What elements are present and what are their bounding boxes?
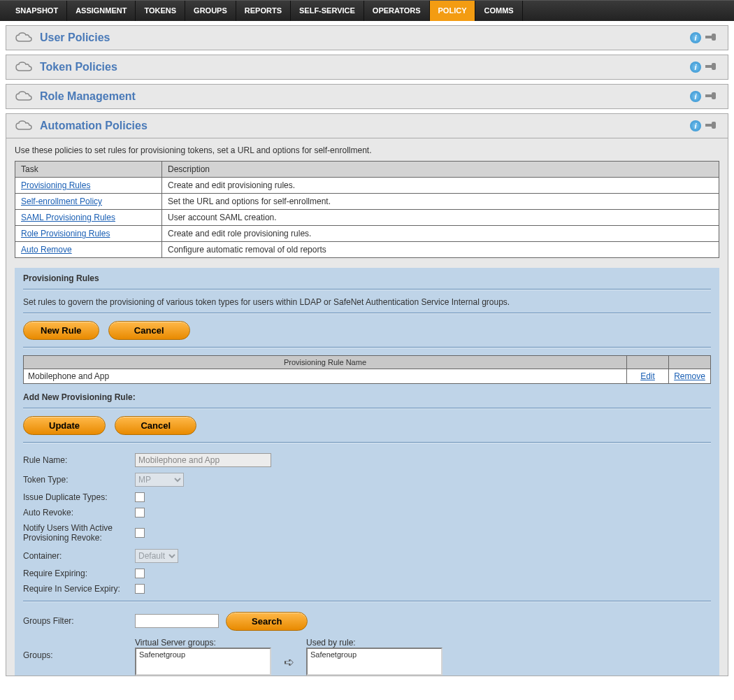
- tab-snapshot[interactable]: SNAPSHOT: [7, 1, 67, 21]
- top-nav: SNAPSHOT ASSIGNMENT TOKENS GROUPS REPORT…: [0, 0, 734, 21]
- cancel2-button[interactable]: Cancel: [115, 416, 196, 435]
- tab-groups[interactable]: GROUPS: [185, 1, 236, 21]
- panel-title: Token Policies: [40, 61, 690, 73]
- tab-comms[interactable]: COMMS: [475, 1, 522, 21]
- auto-revoke-checkbox[interactable]: [135, 508, 145, 517]
- remove-header: [669, 356, 711, 369]
- used-by-rule-listbox[interactable]: Safenetgroup: [306, 648, 442, 676]
- edit-link[interactable]: Edit: [640, 371, 655, 381]
- panel-title: User Policies: [40, 31, 690, 44]
- virtual-server-groups-listbox[interactable]: Safenetgroup: [135, 648, 271, 676]
- cloud-icon: [15, 31, 33, 44]
- task-link-role-provisioning[interactable]: Role Provisioning Rules: [21, 229, 110, 238]
- auto-revoke-label: Auto Revoke:: [23, 508, 135, 517]
- panel-user-policies[interactable]: User Policies i: [6, 25, 728, 50]
- notify-label: Notify Users With Active Provisioning Re…: [23, 523, 135, 543]
- edit-header: [627, 356, 669, 369]
- tab-assignment[interactable]: ASSIGNMENT: [67, 1, 136, 21]
- rule-name-header: Provisioning Rule Name: [24, 356, 627, 369]
- table-row: Role Provisioning Rules Create and edit …: [15, 226, 719, 242]
- task-link-provisioning-rules[interactable]: Provisioning Rules: [21, 180, 90, 190]
- tab-policy[interactable]: POLICY: [430, 1, 476, 21]
- description-header: Description: [162, 162, 719, 178]
- task-desc: Create and edit role provisioning rules.: [162, 226, 719, 242]
- task-desc: User account SAML creation.: [162, 210, 719, 226]
- cloud-icon: [15, 120, 33, 132]
- require-expiring-label: Require Expiring:: [23, 569, 135, 578]
- listbox-item[interactable]: Safenetgroup: [310, 650, 438, 659]
- info-icon[interactable]: i: [690, 120, 701, 131]
- task-desc: Set the URL and options for self-enrollm…: [162, 194, 719, 210]
- listbox-item[interactable]: Safenetgroup: [139, 650, 267, 659]
- panel-automation-policies[interactable]: Automation Policies i: [6, 113, 728, 138]
- rule-name-table: Provisioning Rule Name Mobilephone and A…: [23, 355, 711, 384]
- tab-tokens[interactable]: TOKENS: [136, 1, 185, 21]
- tab-operators[interactable]: OPERATORS: [364, 1, 430, 21]
- rule-name-label: Rule Name:: [23, 455, 135, 465]
- provisioning-rules-section: Provisioning Rules Set rules to govern t…: [15, 268, 719, 676]
- groups-filter-input[interactable]: [135, 614, 219, 628]
- info-icon[interactable]: i: [690, 62, 701, 73]
- require-in-service-checkbox[interactable]: [135, 584, 145, 594]
- task-desc: Configure automatic removal of old repor…: [162, 242, 719, 258]
- new-rule-button[interactable]: New Rule: [23, 321, 99, 340]
- table-row: SAML Provisioning Rules User account SAM…: [15, 210, 719, 226]
- task-desc: Create and edit provisioning rules.: [162, 178, 719, 194]
- tab-self-service[interactable]: SELF-SERVICE: [291, 1, 364, 21]
- container-select: Default: [135, 549, 178, 563]
- update-button[interactable]: Update: [23, 416, 106, 435]
- panel-title: Role Management: [40, 90, 690, 103]
- pin-icon[interactable]: [705, 32, 719, 42]
- rule-name-input: [135, 453, 271, 467]
- task-header: Task: [15, 162, 162, 178]
- groups-label: Groups:: [23, 648, 135, 660]
- task-link-self-enrollment[interactable]: Self-enrollment Policy: [21, 197, 102, 206]
- token-type-label: Token Type:: [23, 475, 135, 485]
- pin-icon[interactable]: [705, 62, 719, 71]
- cloud-icon: [15, 90, 33, 103]
- automation-policies-content: Use these policies to set rules for prov…: [6, 138, 728, 676]
- require-in-service-label: Require In Service Expiry:: [23, 584, 135, 594]
- require-expiring-checkbox[interactable]: [135, 569, 145, 578]
- table-row: Self-enrollment Policy Set the URL and o…: [15, 194, 719, 210]
- panel-role-management[interactable]: Role Management i: [6, 84, 728, 109]
- virtual-server-groups-label: Virtual Server groups:: [135, 638, 306, 648]
- pin-icon[interactable]: [705, 91, 719, 101]
- panel-title: Automation Policies: [40, 120, 690, 132]
- groups-filter-label: Groups Filter:: [23, 616, 135, 626]
- arrow-right-icon[interactable]: ➪: [284, 655, 294, 670]
- issue-dup-checkbox[interactable]: [135, 492, 145, 502]
- prov-rules-heading: Provisioning Rules: [23, 273, 711, 283]
- issue-dup-label: Issue Duplicate Types:: [23, 492, 135, 502]
- table-row: Auto Remove Configure automatic removal …: [15, 242, 719, 258]
- container-label: Container:: [23, 551, 135, 561]
- used-by-rule-label: Used by rule:: [306, 638, 356, 648]
- rule-row: Mobilephone and App Edit Remove: [24, 369, 711, 384]
- pin-icon[interactable]: [705, 120, 719, 130]
- tab-reports[interactable]: REPORTS: [236, 1, 291, 21]
- cloud-icon: [15, 61, 33, 73]
- info-icon[interactable]: i: [690, 32, 701, 43]
- token-type-select: MP: [135, 473, 184, 487]
- prov-rules-subtext: Set rules to govern the provisioning of …: [23, 297, 711, 307]
- cancel-button[interactable]: Cancel: [108, 321, 190, 340]
- automation-description: Use these policies to set rules for prov…: [15, 145, 719, 155]
- panel-token-policies[interactable]: Token Policies i: [6, 55, 728, 80]
- add-rule-heading: Add New Provisioning Rule:: [23, 392, 711, 402]
- task-table: Task Description Provisioning Rules Crea…: [15, 161, 719, 258]
- remove-link[interactable]: Remove: [674, 371, 705, 381]
- info-icon[interactable]: i: [690, 91, 701, 102]
- notify-checkbox[interactable]: [135, 528, 145, 538]
- task-link-saml[interactable]: SAML Provisioning Rules: [21, 213, 115, 222]
- table-row: Provisioning Rules Create and edit provi…: [15, 178, 719, 194]
- search-button[interactable]: Search: [226, 612, 308, 631]
- task-link-auto-remove[interactable]: Auto Remove: [21, 245, 72, 255]
- rule-name-cell: Mobilephone and App: [24, 369, 627, 384]
